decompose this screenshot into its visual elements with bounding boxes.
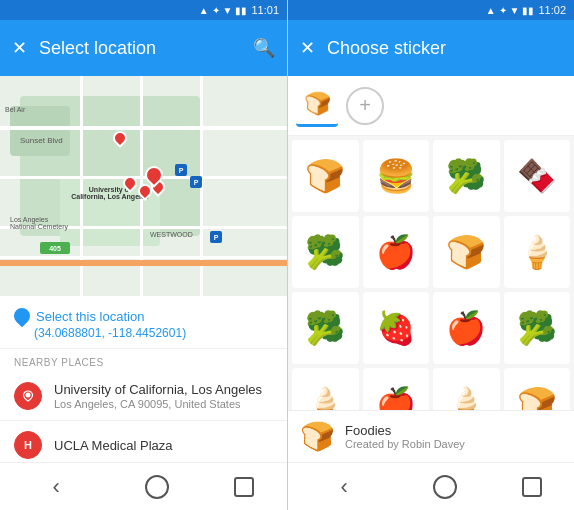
- status-icons-left: ▲ ✦ ▼ ▮▮: [199, 5, 248, 16]
- sticker-grid: 🍞 🍔 🥦 🍫 🥦 🍎 🍞 🍦 🥦 🍓 🍎 🥦 🍦 🍎 🍦 🍞: [288, 136, 574, 410]
- recent-button-right[interactable]: [522, 477, 542, 497]
- search-icon-left[interactable]: 🔍: [253, 37, 275, 59]
- page-title-left: Select location: [39, 38, 241, 59]
- nearby-item-1[interactable]: H UCLA Medical Plaza: [0, 421, 287, 462]
- label-3: Bel Air: [5, 106, 25, 113]
- sticker-row-3: 🍦 🍎 🍦 🍞: [292, 368, 570, 410]
- sticker-0-0[interactable]: 🍞: [292, 140, 359, 212]
- header-left: ✕ Select location 🔍: [0, 20, 287, 76]
- sticker-0-2[interactable]: 🥦: [433, 140, 500, 212]
- nearby-text-0: University of California, Los Angeles Lo…: [54, 382, 273, 410]
- sticker-title: Choose sticker: [327, 38, 562, 59]
- map-green-area-2: [10, 106, 70, 156]
- nearby-icon-1: H: [14, 431, 42, 459]
- back-button-right[interactable]: ‹: [320, 466, 367, 508]
- recent-button-left[interactable]: [234, 477, 254, 497]
- nearby-text-1: UCLA Medical Plaza: [54, 438, 273, 453]
- location-info: Select this location (34.0688801, -118.4…: [0, 296, 287, 349]
- pin-4: [145, 166, 159, 184]
- parking-pin-1: P: [175, 164, 187, 176]
- bluetooth-icon: ✦: [212, 5, 220, 16]
- wifi-icon: ▼: [223, 5, 233, 16]
- location-coords: (34.0688801, -118.4452601): [34, 326, 273, 340]
- sticker-row-0: 🍞 🍔 🥦 🍫: [292, 140, 570, 212]
- pin-1: [123, 176, 137, 194]
- battery-icon-r: ▮▮: [522, 5, 534, 16]
- map-background: 405 University ofCalifornia, Los Angeles…: [0, 76, 287, 296]
- select-location-button[interactable]: Select this location: [14, 308, 273, 324]
- right-panel: ▲ ✦ ▼ ▮▮ 11:02 ✕ Choose sticker 🍞 + 🍞 🍔 …: [287, 0, 574, 510]
- freeway: [0, 260, 287, 266]
- label-2: WESTWOOD: [150, 231, 193, 238]
- nearby-header: NEARBY PLACES: [0, 349, 287, 372]
- sticker-1-0[interactable]: 🥦: [292, 216, 359, 288]
- sticker-1-2[interactable]: 🍞: [433, 216, 500, 288]
- map-container[interactable]: 405 University ofCalifornia, Los Angeles…: [0, 76, 287, 296]
- sticker-pack-creator: Created by Robin Davey: [345, 438, 562, 450]
- pin-5: [113, 131, 127, 149]
- sticker-tabs: 🍞 +: [288, 76, 574, 136]
- sticker-3-2[interactable]: 🍦: [433, 368, 500, 410]
- status-bar-right: ▲ ✦ ▼ ▮▮ 11:02: [288, 0, 574, 20]
- sticker-2-1[interactable]: 🍓: [363, 292, 430, 364]
- status-bar-left: ▲ ✦ ▼ ▮▮ 11:01: [0, 0, 287, 20]
- sticker-2-3[interactable]: 🥦: [504, 292, 571, 364]
- home-button-right[interactable]: [433, 475, 457, 499]
- close-button-left[interactable]: ✕: [12, 37, 27, 59]
- sticker-0-3[interactable]: 🍫: [504, 140, 571, 212]
- location-pin-icon: [11, 305, 34, 328]
- sticker-footer-icon: 🍞: [300, 420, 335, 453]
- back-button-left[interactable]: ‹: [33, 466, 80, 508]
- location-icon-r: ▲: [486, 5, 496, 16]
- svg-point-0: [26, 393, 31, 398]
- sticker-2-2[interactable]: 🍎: [433, 292, 500, 364]
- bottom-nav-left: ‹: [0, 462, 287, 510]
- sticker-pack-name: Foodies: [345, 423, 562, 438]
- nearby-list: University of California, Los Angeles Lo…: [0, 372, 287, 462]
- add-sticker-button[interactable]: +: [346, 87, 384, 125]
- nearby-name-1: UCLA Medical Plaza: [54, 438, 273, 453]
- road-h4: [0, 256, 287, 259]
- select-location-label: Select this location: [36, 309, 144, 324]
- sticker-row-2: 🥦 🍓 🍎 🥦: [292, 292, 570, 364]
- sticker-tab-foodies[interactable]: 🍞: [296, 85, 338, 127]
- sticker-0-1[interactable]: 🍔: [363, 140, 430, 212]
- nearby-name-0: University of California, Los Angeles: [54, 382, 273, 397]
- bluetooth-icon-r: ✦: [499, 5, 507, 16]
- nearby-item-0[interactable]: University of California, Los Angeles Lo…: [0, 372, 287, 421]
- sticker-2-0[interactable]: 🥦: [292, 292, 359, 364]
- road-h2: [0, 176, 287, 179]
- sticker-3-1[interactable]: 🍎: [363, 368, 430, 410]
- sticker-3-3[interactable]: 🍞: [504, 368, 571, 410]
- label-1: Sunset Blvd: [20, 136, 63, 145]
- close-button-right[interactable]: ✕: [300, 37, 315, 59]
- home-button-left[interactable]: [145, 475, 169, 499]
- bottom-nav-right: ‹: [288, 462, 574, 510]
- status-icons-right: ▲ ✦ ▼ ▮▮: [486, 5, 535, 16]
- sticker-tab-icon: 🍞: [304, 91, 331, 117]
- battery-icon: ▮▮: [235, 5, 247, 16]
- sticker-footer: 🍞 Foodies Created by Robin Davey: [288, 410, 574, 462]
- nearby-icon-0: [14, 382, 42, 410]
- location-icon: ▲: [199, 5, 209, 16]
- sticker-row-1: 🥦 🍎 🍞 🍦: [292, 216, 570, 288]
- sticker-3-0[interactable]: 🍦: [292, 368, 359, 410]
- sticker-1-3[interactable]: 🍦: [504, 216, 571, 288]
- time-right: 11:02: [538, 4, 566, 16]
- time-left: 11:01: [251, 4, 279, 16]
- sticker-1-1[interactable]: 🍎: [363, 216, 430, 288]
- nearby-address-0: Los Angeles, CA 90095, United States: [54, 398, 273, 410]
- parking-pin-2: P: [190, 176, 202, 188]
- road-h1: [0, 126, 287, 130]
- left-panel: ▲ ✦ ▼ ▮▮ 11:01 ✕ Select location 🔍: [0, 0, 287, 510]
- parking-pin-3: P: [210, 231, 222, 243]
- sticker-header: ✕ Choose sticker: [288, 20, 574, 76]
- label-4: Los AngelesNational Cemetery: [10, 216, 68, 230]
- wifi-icon-r: ▼: [510, 5, 520, 16]
- sticker-footer-text: Foodies Created by Robin Davey: [345, 423, 562, 450]
- freeway-sign: 405: [40, 242, 70, 254]
- location-dot-icon: [22, 390, 34, 402]
